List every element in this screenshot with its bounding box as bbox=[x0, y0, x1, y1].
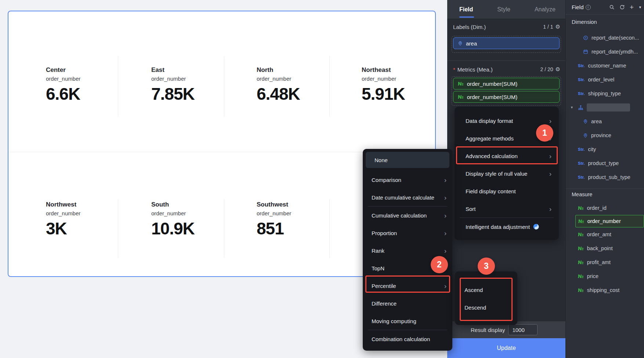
annotation-badge-2: 2 bbox=[431, 256, 448, 273]
props-tabbar: Field Style Analyze bbox=[447, 0, 565, 19]
number-type-icon: № bbox=[578, 288, 584, 293]
tab-analyze[interactable]: Analyze bbox=[535, 6, 556, 13]
chip-label: order_number(SUM) bbox=[467, 81, 518, 87]
location-icon bbox=[583, 119, 588, 124]
menu-item-descend[interactable]: Descend bbox=[455, 299, 517, 316]
field-panel-title: Field bbox=[572, 4, 584, 10]
metrics-count: 2 / 20 ⚙ bbox=[540, 66, 560, 73]
field-item-customer-name[interactable]: Str. customer_name bbox=[566, 59, 644, 73]
kpi-value: 3K bbox=[46, 220, 138, 237]
field-item-profit-amt[interactable]: № profit_amt bbox=[566, 255, 644, 269]
add-field-icon[interactable]: + bbox=[630, 5, 634, 10]
kpi-region: North bbox=[257, 66, 348, 74]
menu-item-difference[interactable]: Difference bbox=[363, 295, 452, 312]
number-type-icon: № bbox=[578, 205, 584, 211]
menu-item-intelligent-data-adjustment[interactable]: Intelligent data adjustment bbox=[455, 218, 559, 235]
dimension-list: S report_date(secon... report_date(ymdh.… bbox=[566, 31, 644, 184]
metrics-dropzone[interactable]: № order_number(SUM) № order_number(SUM) bbox=[452, 76, 561, 106]
field-item-city[interactable]: Str. city bbox=[566, 142, 644, 156]
panel-caret-icon[interactable]: ▼ bbox=[638, 6, 642, 9]
field-item-back-point[interactable]: № back_point bbox=[566, 241, 644, 255]
info-icon: i bbox=[586, 5, 591, 10]
kpi-region: South bbox=[151, 201, 243, 208]
menu-item-sort[interactable]: Sort› bbox=[455, 200, 559, 218]
kpi-card: Northwest order_number 3K bbox=[46, 201, 138, 237]
svg-text:S: S bbox=[585, 36, 586, 39]
chip-label: order_number(SUM) bbox=[467, 94, 518, 100]
field-item-geo-group[interactable]: ▼ bbox=[566, 101, 644, 114]
menu-item-percentile[interactable]: Percentile› bbox=[363, 277, 452, 295]
field-item-shipping-type[interactable]: Str. shipping_type bbox=[566, 87, 644, 101]
menu-item-cumulative-calculation[interactable]: Cumulative calculation› bbox=[363, 207, 452, 224]
menu-item-date-cumulative-calculate[interactable]: Date cumulative calculate› bbox=[363, 189, 452, 206]
result-display-label: Result display bbox=[471, 327, 505, 333]
menu-item-advanced-calculation[interactable]: Advanced calculation› bbox=[455, 147, 559, 165]
refresh-icon[interactable] bbox=[619, 4, 625, 10]
menu-item-none[interactable]: None bbox=[366, 152, 449, 168]
kpi-region: Northeast bbox=[362, 66, 453, 74]
number-type-icon: № bbox=[458, 94, 464, 100]
active-tab-underline bbox=[459, 17, 474, 18]
field-item-product-type[interactable]: Str. product_type bbox=[566, 156, 644, 170]
number-type-icon: № bbox=[578, 260, 584, 265]
field-item-report-date-second[interactable]: S report_date(secon... bbox=[566, 31, 644, 45]
chevron-right-icon: › bbox=[549, 117, 551, 124]
field-item-order-number-selected[interactable]: № order_number bbox=[575, 215, 644, 227]
kpi-value: 851 bbox=[257, 220, 348, 237]
app-window: Center order_number 6.6K East order_numb… bbox=[0, 0, 644, 358]
menu-item-proportion[interactable]: Proportion› bbox=[363, 224, 452, 242]
labels-title: Labels (Dim.) bbox=[453, 24, 486, 30]
location-icon bbox=[583, 133, 588, 138]
measure-section-title: Measure bbox=[572, 191, 592, 197]
chip-label: area bbox=[466, 40, 477, 47]
result-display-input[interactable] bbox=[508, 324, 538, 335]
field-item-order-level[interactable]: Str. order_level bbox=[566, 73, 644, 87]
ai-icon bbox=[533, 223, 539, 230]
tab-field[interactable]: Field bbox=[459, 6, 473, 13]
kpi-metric: order_number bbox=[46, 210, 138, 217]
string-type-icon: Str. bbox=[578, 63, 585, 68]
measure-list: № order_id № order_number № order_amt № … bbox=[566, 201, 644, 297]
kpi-value: 6.6K bbox=[46, 85, 138, 103]
kpi-region: Northwest bbox=[46, 201, 138, 208]
menu-item-moving-computing[interactable]: Moving computing bbox=[363, 312, 452, 330]
gear-icon[interactable]: ⚙ bbox=[556, 66, 560, 73]
chevron-right-icon: › bbox=[549, 205, 551, 212]
number-type-icon: № bbox=[578, 232, 584, 237]
kpi-card: Northeast order_number 5.91K bbox=[362, 66, 453, 103]
seconds-icon: S bbox=[583, 35, 588, 40]
kpi-metric: order_number bbox=[151, 76, 243, 82]
metric-chip-order-number-2[interactable]: № order_number(SUM) bbox=[453, 91, 560, 103]
search-icon[interactable] bbox=[609, 4, 615, 10]
kpi-region: Southwest bbox=[257, 201, 348, 208]
field-item-shipping-cost[interactable]: № shipping_cost bbox=[566, 283, 644, 297]
metric-chip-order-number[interactable]: № order_number(SUM) bbox=[453, 78, 560, 90]
metrics-title: *Metrics (Mea.) bbox=[453, 66, 493, 73]
number-type-icon: № bbox=[578, 246, 584, 251]
menu-item-display-style-null[interactable]: Display style of null value› bbox=[455, 165, 559, 182]
field-item-product-sub-type[interactable]: Str. product_sub_type bbox=[566, 170, 644, 184]
kpi-metric: order_number bbox=[362, 76, 453, 82]
gear-icon[interactable]: ⚙ bbox=[556, 23, 560, 30]
chevron-right-icon: › bbox=[549, 153, 551, 160]
field-item-price[interactable]: № price bbox=[566, 269, 644, 283]
field-item-report-date-ymdh[interactable]: report_date(ymdh... bbox=[566, 45, 644, 59]
labels-dropzone[interactable]: area bbox=[452, 36, 561, 53]
kpi-metric: order_number bbox=[46, 76, 138, 82]
metrics-section-header: *Metrics (Mea.) 2 / 20 ⚙ bbox=[447, 66, 565, 73]
field-item-order-amt[interactable]: № order_amt bbox=[566, 227, 644, 241]
field-item-province[interactable]: province bbox=[566, 128, 644, 142]
dimension-chip-area[interactable]: area bbox=[453, 37, 560, 49]
field-item-area[interactable]: area bbox=[566, 114, 644, 128]
menu-item-ascend[interactable]: Ascend bbox=[455, 281, 517, 299]
menu-item-field-display-content[interactable]: Field display content bbox=[455, 182, 559, 200]
panel-divider bbox=[566, 189, 644, 189]
calendar-icon bbox=[583, 49, 588, 54]
expand-arrow-icon[interactable]: ▼ bbox=[570, 106, 574, 109]
update-button[interactable]: Update bbox=[447, 338, 565, 358]
field-list-panel: Field i + ▼ Dimension S report_date(seco… bbox=[565, 0, 644, 358]
tab-style[interactable]: Style bbox=[497, 6, 510, 13]
menu-item-combination-calculation[interactable]: Combination calculation bbox=[363, 330, 452, 348]
field-item-order-id[interactable]: № order_id bbox=[566, 201, 644, 215]
menu-item-comparison[interactable]: Comparison› bbox=[363, 171, 452, 189]
